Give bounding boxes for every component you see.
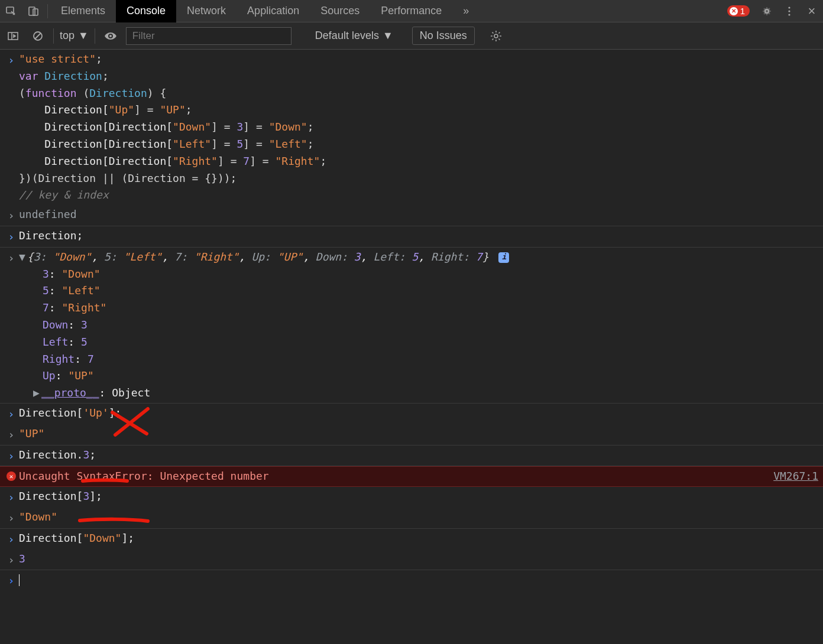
tab-more[interactable]: » — [452, 0, 479, 22]
output-chevron-icon: ‹ — [4, 425, 19, 444]
output-chevron-icon: ‹ — [4, 206, 19, 225]
context-label: top — [60, 30, 74, 42]
output-value[interactable]: "Down" — [19, 509, 818, 527]
error-circle-icon: ✕ — [7, 471, 16, 481]
filter-input[interactable] — [126, 27, 291, 45]
kebab-menu-icon[interactable] — [778, 0, 801, 22]
console-settings-gear-icon[interactable] — [487, 27, 506, 45]
live-expression-eye-icon[interactable] — [101, 27, 120, 45]
console-input-row: › Direction.3; — [0, 445, 823, 467]
source-link[interactable]: VM267:1 — [773, 468, 818, 485]
error-x-icon: ✕ — [730, 7, 738, 15]
device-toolbar-icon[interactable] — [22, 0, 45, 22]
svg-point-3 — [788, 6, 790, 8]
code-line[interactable]: Direction["Down"]; — [19, 530, 818, 548]
console-body: › "use strict"; var Direction; (function… — [0, 50, 823, 591]
code-block[interactable]: "use strict"; var Direction; (function (… — [19, 51, 818, 204]
output-value[interactable]: "UP" — [19, 425, 818, 444]
console-input-row: › Direction[3]; — [0, 487, 823, 508]
log-levels-selector[interactable]: Default levels ▼ — [315, 30, 393, 42]
output-chevron-icon: ‹ — [4, 509, 19, 527]
code-line[interactable]: Direction.3; — [19, 447, 818, 465]
divider — [53, 28, 54, 44]
svg-rect-6 — [8, 32, 18, 40]
clear-console-icon[interactable] — [28, 27, 47, 45]
input-chevron-icon: › — [4, 51, 19, 204]
chevron-down-icon: ▼ — [78, 30, 89, 42]
svg-rect-1 — [29, 7, 35, 15]
code-line[interactable]: Direction['Up']; — [19, 405, 818, 423]
tab-console[interactable]: Console — [116, 0, 176, 22]
error-message[interactable]: Uncaught SyntaxError: Unexpected numberV… — [19, 468, 818, 485]
svg-rect-2 — [33, 9, 38, 15]
console-output-row: ‹ 3 — [0, 549, 823, 571]
code-line[interactable]: Direction[3]; — [19, 488, 818, 506]
code-line[interactable]: Direction; — [19, 227, 818, 246]
context-selector[interactable]: top ▼ — [60, 30, 89, 42]
input-chevron-icon: › — [4, 530, 19, 548]
console-output-row: ‹ ▼{3: "Down", 5: "Left", 7: "Right", Up… — [0, 248, 823, 404]
input-chevron-icon: › — [4, 405, 19, 423]
console-input-row: › Direction; — [0, 226, 823, 248]
tab-sources[interactable]: Sources — [310, 0, 370, 22]
output-chevron-icon: ‹ — [4, 551, 19, 569]
console-toolbar: top ▼ Default levels ▼ No Issues — [0, 22, 823, 50]
tab-network[interactable]: Network — [176, 0, 236, 22]
inspect-element-icon[interactable] — [0, 0, 22, 22]
chevron-down-icon: ▼ — [383, 30, 393, 42]
svg-point-8 — [494, 34, 498, 38]
error-count: 1 — [740, 6, 745, 16]
divider — [47, 4, 48, 18]
input-chevron-icon: › — [4, 488, 19, 506]
settings-gear-icon[interactable] — [756, 0, 778, 22]
console-input-row: › "use strict"; var Direction; (function… — [0, 50, 823, 205]
output-chevron-icon: ‹ — [4, 249, 19, 402]
console-input-row: › Direction["Down"]; — [0, 529, 823, 549]
svg-point-4 — [788, 10, 790, 12]
console-output-row: ‹ "UP" — [0, 424, 823, 445]
expand-triangle-icon[interactable]: ▶ — [33, 385, 41, 402]
info-badge-icon[interactable]: i — [498, 252, 509, 263]
error-icon-gutter: ✕ — [4, 468, 19, 485]
output-value[interactable]: undefined — [19, 206, 818, 225]
console-input-row: › Direction['Up']; — [0, 404, 823, 424]
svg-point-5 — [788, 14, 790, 15]
issues-button[interactable]: No Issues — [412, 27, 475, 45]
divider — [95, 28, 95, 44]
close-panel-icon[interactable]: × — [801, 0, 823, 22]
error-count-badge[interactable]: ✕ 1 — [727, 5, 750, 17]
input-chevron-icon: › — [4, 447, 19, 465]
console-output-row: ‹ undefined — [0, 205, 823, 226]
tab-application[interactable]: Application — [236, 0, 310, 22]
object-output[interactable]: ▼{3: "Down", 5: "Left", 7: "Right", Up: … — [19, 249, 818, 402]
toggle-sidebar-icon[interactable] — [4, 27, 22, 45]
levels-label: Default levels — [315, 30, 379, 42]
console-output-row: ‹ "Down" — [0, 508, 823, 529]
console-error-row: ✕ Uncaught SyntaxError: Unexpected numbe… — [0, 466, 823, 487]
tab-elements[interactable]: Elements — [50, 0, 116, 22]
input-chevron-icon: › — [4, 227, 19, 246]
expand-triangle-icon[interactable]: ▼ — [19, 249, 27, 266]
output-value[interactable]: 3 — [19, 551, 818, 569]
console-prompt-row[interactable]: › — [0, 570, 823, 591]
prompt-input[interactable] — [19, 571, 818, 590]
input-chevron-icon: › — [4, 571, 19, 590]
devtools-tabbar: Elements Console Network Application Sou… — [0, 0, 823, 22]
tab-performance[interactable]: Performance — [370, 0, 452, 22]
